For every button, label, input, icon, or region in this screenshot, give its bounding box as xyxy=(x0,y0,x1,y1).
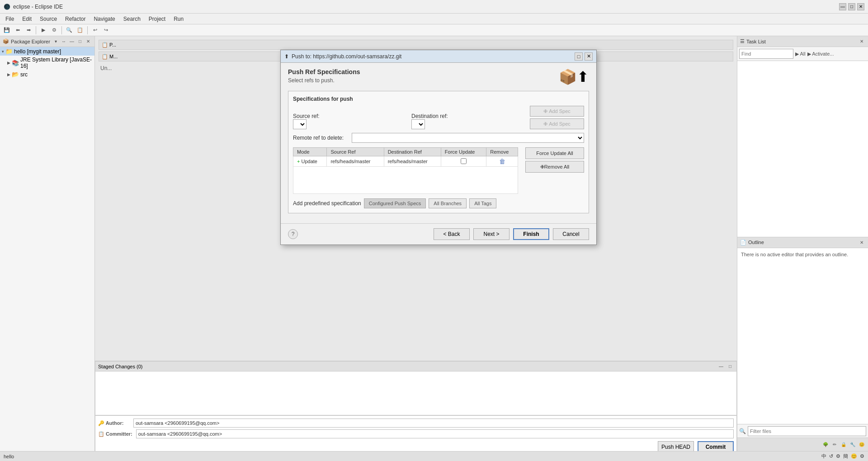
minimize-button[interactable]: — xyxy=(839,3,846,10)
outline-content: There is no active editor that provides … xyxy=(737,248,868,424)
rs-icon-4[interactable]: 🔧 xyxy=(849,441,856,448)
minimize-panel-btn[interactable]: — xyxy=(68,38,75,45)
col-force-update: Force Update xyxy=(441,148,486,156)
committer-input[interactable] xyxy=(136,429,734,438)
filter-bar: 🔍 xyxy=(737,424,868,437)
all-label[interactable]: ▶ All xyxy=(795,51,806,57)
toolbar-btn-5[interactable]: ⚙ xyxy=(49,25,59,35)
menu-file[interactable]: File xyxy=(2,15,18,23)
dialog-controls: □ ✕ xyxy=(575,52,593,61)
bg-panel-label-1: 📋 P... xyxy=(102,42,116,48)
push-head-button[interactable]: Push HEAD xyxy=(658,441,694,451)
toolbar-btn-7[interactable]: 📋 xyxy=(75,25,85,35)
back-button[interactable]: < Back xyxy=(434,228,470,240)
tree-item-src[interactable]: ▶ 📂 src xyxy=(0,70,94,79)
tree-item-jre[interactable]: ▶ 📚 JRE System Library [JavaSE-16] xyxy=(0,56,94,70)
menu-navigate[interactable]: Navigate xyxy=(90,15,118,23)
force-update-checkbox[interactable] xyxy=(461,158,467,164)
force-update-all-button[interactable]: Force Update All xyxy=(525,147,584,159)
remote-ref-select[interactable] xyxy=(352,133,584,143)
task-list-search[interactable] xyxy=(739,49,793,59)
author-input[interactable] xyxy=(133,419,734,428)
toolbar-btn-9[interactable]: ↪ xyxy=(101,25,111,35)
menu-project[interactable]: Project xyxy=(145,15,169,23)
rs-icon-2[interactable]: ✏ xyxy=(831,441,838,448)
commit-area: 🔑 Author: 📋 Committer: Push HEAD xyxy=(95,415,737,451)
toolbar-btn-8[interactable]: ↩ xyxy=(90,25,100,35)
col-source-ref: Source Ref xyxy=(327,148,384,156)
push-head-label: Push HEAD xyxy=(661,444,690,450)
next-button[interactable]: Next > xyxy=(473,228,509,240)
activate-label[interactable]: ▶ Activate... xyxy=(807,51,834,57)
staged-minimize-btn[interactable]: — xyxy=(717,363,725,370)
rs-icon-5[interactable]: 😊 xyxy=(858,441,865,448)
dialog-title-text: Push to: https://github.com/out-samsara/… xyxy=(292,53,401,60)
delete-row-icon[interactable]: 🗑 xyxy=(499,158,505,165)
remote-ref-label: Remote ref to delete: xyxy=(293,135,347,141)
dialog-titlebar: ⬆ Push to: https://github.com/out-samsar… xyxy=(281,50,596,63)
help-button[interactable]: ? xyxy=(288,229,298,239)
toolbar-sep-2 xyxy=(61,26,62,34)
source-ref-select[interactable] xyxy=(293,119,307,129)
maximize-button[interactable]: □ xyxy=(848,3,855,10)
toolbar-btn-4[interactable]: ▶ xyxy=(38,25,48,35)
close-panel-btn[interactable]: ✕ xyxy=(85,38,92,45)
collapse-btn[interactable]: ▾ xyxy=(52,38,59,45)
outline-icon: 📄 xyxy=(740,240,746,245)
toolbar-btn-3[interactable]: ➡ xyxy=(24,25,33,35)
add-spec-button-2[interactable]: ✙ Add Spec xyxy=(530,118,584,129)
package-explorer-header: 📦 Package Explorer ▾ ↔ — □ ✕ xyxy=(0,36,94,47)
dest-ref-label: Destination ref: xyxy=(411,113,526,119)
staged-maximize-btn[interactable]: □ xyxy=(726,363,734,370)
dialog-close-btn[interactable]: ✕ xyxy=(585,52,593,61)
dest-ref-select[interactable] xyxy=(411,119,425,129)
status-icon-4: 😊 xyxy=(851,453,857,459)
menu-source[interactable]: Source xyxy=(36,15,61,23)
filter-files-input[interactable] xyxy=(748,426,866,436)
outline-panel: 📄 Outline ✕ There is no active editor th… xyxy=(737,237,868,438)
tree-arrow-hello: ▾ xyxy=(2,49,4,54)
menu-run[interactable]: Run xyxy=(170,15,187,23)
task-list-close-btn[interactable]: ✕ xyxy=(858,38,865,45)
rs-icon-1[interactable]: 🌳 xyxy=(822,441,829,448)
sync-btn[interactable]: ↔ xyxy=(60,38,67,45)
title-bar-title: eclipse - Eclipse IDE xyxy=(13,4,63,10)
cancel-button[interactable]: Cancel xyxy=(553,228,589,240)
rs-icon-3[interactable]: 🔒 xyxy=(840,441,847,448)
outline-header: 📄 Outline ✕ xyxy=(737,237,868,248)
help-icon: ? xyxy=(292,231,295,237)
menu-search[interactable]: Search xyxy=(120,15,144,23)
maximize-panel-btn[interactable]: □ xyxy=(76,38,84,45)
status-icon-5: ⚙ xyxy=(860,453,864,459)
finish-label: Finish xyxy=(523,231,539,237)
menu-refactor[interactable]: Refactor xyxy=(61,15,89,23)
specs-table-container: Mode Source Ref Destination Ref Force Up… xyxy=(293,147,518,198)
menu-edit[interactable]: Edit xyxy=(19,15,35,23)
close-window-button[interactable]: ✕ xyxy=(857,3,864,10)
configured-push-specs-button[interactable]: Configured Push Specs xyxy=(364,198,426,208)
remove-all-icon: ✙ xyxy=(540,164,544,170)
commit-button[interactable]: Commit xyxy=(698,441,734,451)
main-area: 📦 Package Explorer ▾ ↔ — □ ✕ ▾ 📁 hello [… xyxy=(0,36,868,451)
outline-close-btn[interactable]: ✕ xyxy=(858,239,865,246)
all-tags-button[interactable]: All Tags xyxy=(469,198,496,208)
toolbar-btn-6[interactable]: 🔍 xyxy=(64,25,74,35)
app-icon: 🌑 xyxy=(4,4,10,10)
add-spec-label-1: Add Spec xyxy=(549,108,571,114)
tree-item-hello[interactable]: ▾ 📁 hello [mygit master] xyxy=(0,47,94,56)
committer-label: 📋 Committer: xyxy=(98,431,132,437)
outline-title: Outline xyxy=(748,240,764,245)
add-spec-button-1[interactable]: ✙ Add Spec xyxy=(530,106,584,117)
author-label: 🔑 Author: xyxy=(98,420,130,426)
toolbar-btn-2[interactable]: ⬅ xyxy=(13,25,23,35)
dest-ref-field: Destination ref: xyxy=(411,113,526,129)
footer-right: < Back Next > Finish Cancel xyxy=(434,228,589,240)
commit-action-buttons: Push HEAD Commit xyxy=(98,441,734,451)
toolbar-btn-1[interactable]: 💾 xyxy=(2,25,12,35)
finish-button[interactable]: Finish xyxy=(513,228,549,240)
remove-all-button[interactable]: ✙ Remove All xyxy=(525,161,584,173)
task-list-header: ☰ Task List ✕ xyxy=(737,36,868,47)
add-spec-icon-2: ✙ xyxy=(543,121,547,127)
all-branches-button[interactable]: All Branches xyxy=(429,198,467,208)
dialog-maximize-btn[interactable]: □ xyxy=(575,52,583,61)
